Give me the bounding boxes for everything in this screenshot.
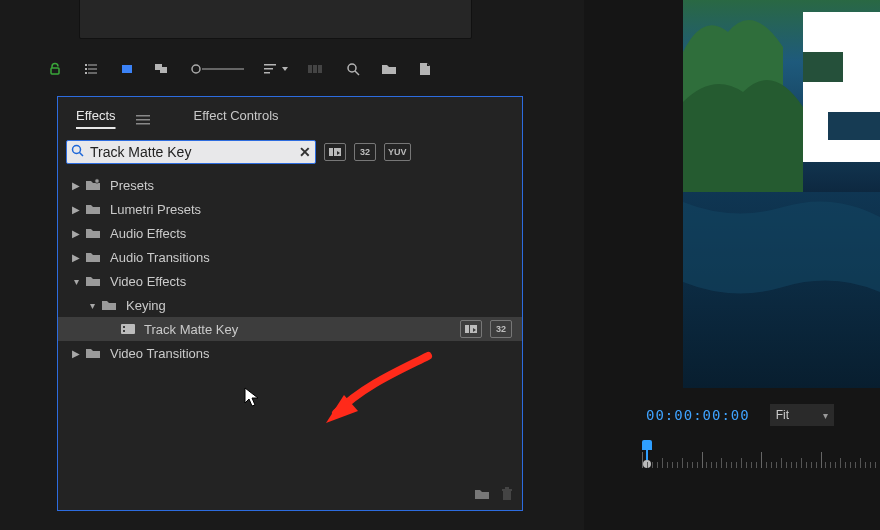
- effects-panel: Effects Effect Controls ✕ 32: [57, 96, 523, 511]
- svg-line-19: [355, 71, 359, 75]
- svg-rect-21: [136, 119, 150, 121]
- delete-icon: [500, 487, 514, 504]
- svg-rect-15: [308, 65, 312, 73]
- tree-folder-audio-transitions[interactable]: ▶ Audio Transitions: [58, 245, 522, 269]
- svg-rect-9: [160, 67, 167, 73]
- chevron-right-icon: ▶: [68, 180, 84, 191]
- tree-folder-video-transitions[interactable]: ▶ Video Transitions: [58, 341, 522, 365]
- folder-icon: [84, 202, 102, 216]
- effect-icon: [120, 321, 136, 337]
- effects-search-box[interactable]: ✕: [66, 140, 316, 164]
- 32bit-effects-filter[interactable]: 32: [354, 143, 376, 161]
- timecode-display[interactable]: 00:00:00:00: [646, 407, 750, 423]
- chevron-down-icon: ▾: [68, 276, 84, 287]
- folder-icon: [100, 298, 118, 312]
- tree-label: Presets: [110, 178, 154, 193]
- svg-point-23: [73, 146, 81, 154]
- panel-menu-icon[interactable]: [136, 114, 150, 129]
- folder-icon: [84, 274, 102, 288]
- svg-rect-17: [318, 65, 322, 73]
- svg-rect-2: [88, 65, 97, 66]
- effects-search-input[interactable]: [90, 144, 295, 160]
- tree-folder-audio-effects[interactable]: ▶ Audio Effects: [58, 221, 522, 245]
- tree-folder-presets[interactable]: ▶ Presets: [58, 173, 522, 197]
- effects-tree: ▶ Presets ▶ Lumetri Presets ▶ Audio Effe…: [58, 169, 522, 369]
- svg-rect-40: [828, 112, 880, 140]
- folder-icon: [84, 250, 102, 264]
- svg-rect-31: [465, 325, 469, 333]
- svg-rect-25: [329, 148, 333, 156]
- zoom-slider-icon[interactable]: [188, 58, 248, 80]
- svg-rect-12: [264, 64, 276, 66]
- svg-rect-3: [85, 68, 87, 70]
- svg-rect-16: [313, 65, 317, 73]
- automate-to-sequence-icon: [306, 58, 328, 80]
- tab-effects[interactable]: Effects: [70, 102, 122, 129]
- tree-label: Keying: [126, 298, 166, 313]
- new-item-icon[interactable]: [414, 58, 436, 80]
- chevron-right-icon: ▶: [68, 228, 84, 239]
- svg-rect-33: [503, 491, 511, 500]
- icon-view-icon[interactable]: [116, 58, 138, 80]
- svg-point-10: [192, 65, 200, 73]
- svg-rect-20: [136, 115, 150, 117]
- tree-folder-video-effects[interactable]: ▾ Video Effects: [58, 269, 522, 293]
- tree-label: Lumetri Presets: [110, 202, 201, 217]
- accelerated-effects-filter[interactable]: [324, 143, 346, 161]
- svg-rect-28: [121, 324, 135, 334]
- svg-rect-4: [88, 69, 97, 70]
- chevron-down-icon: ▾: [84, 300, 100, 311]
- program-monitor-panel: 00:00:00:00 Fit ▾: [584, 0, 880, 530]
- tree-label: Video Transitions: [110, 346, 210, 361]
- yuv-effects-filter[interactable]: YUV: [384, 143, 411, 161]
- tree-label: Video Effects: [110, 274, 186, 289]
- svg-rect-13: [264, 68, 273, 70]
- chevron-right-icon: ▶: [68, 348, 84, 359]
- find-icon[interactable]: [342, 58, 364, 80]
- svg-rect-0: [51, 68, 59, 74]
- svg-rect-14: [264, 72, 270, 74]
- svg-rect-1: [85, 64, 87, 66]
- freeform-view-icon[interactable]: [152, 58, 174, 80]
- chevron-right-icon: ▶: [68, 204, 84, 215]
- chevron-down-icon: ▾: [823, 410, 828, 421]
- new-bin-icon[interactable]: [474, 487, 490, 504]
- clear-search-icon[interactable]: ✕: [295, 144, 315, 160]
- sort-icon[interactable]: [262, 58, 292, 80]
- tree-folder-keying[interactable]: ▾ Keying: [58, 293, 522, 317]
- program-monitor[interactable]: [683, 0, 880, 388]
- list-view-icon[interactable]: [80, 58, 102, 80]
- svg-rect-35: [505, 487, 509, 489]
- folder-icon: [84, 226, 102, 240]
- search-icon: [71, 144, 84, 160]
- project-toolbar: [44, 55, 450, 83]
- monitor-frame-image: [683, 0, 880, 388]
- mouse-cursor-icon: [244, 387, 260, 407]
- svg-point-18: [348, 64, 356, 72]
- tab-effect-controls[interactable]: Effect Controls: [188, 102, 285, 129]
- svg-rect-34: [502, 489, 512, 491]
- source-monitor-placeholder: [79, 0, 472, 39]
- lock-icon[interactable]: [44, 58, 66, 80]
- svg-rect-39: [803, 52, 843, 82]
- tree-item-track-matte-key[interactable]: Track Matte Key 32: [58, 317, 522, 341]
- new-bin-icon[interactable]: [378, 58, 400, 80]
- accelerated-badge: [460, 320, 482, 338]
- svg-rect-7: [122, 65, 132, 73]
- zoom-level-label: Fit: [776, 408, 789, 422]
- preset-bin-icon: [84, 178, 102, 192]
- timeline-ruler: [642, 440, 880, 468]
- svg-line-24: [80, 153, 84, 157]
- svg-point-27: [95, 179, 99, 183]
- 32bit-badge: 32: [490, 320, 512, 338]
- timeline-scrubber[interactable]: [642, 440, 880, 468]
- tree-label: Track Matte Key: [144, 322, 238, 337]
- tree-label: Audio Effects: [110, 226, 186, 241]
- svg-rect-22: [136, 123, 150, 125]
- svg-rect-30: [123, 330, 125, 332]
- zoom-level-select[interactable]: Fit ▾: [770, 404, 834, 426]
- svg-rect-6: [88, 73, 97, 74]
- chevron-right-icon: ▶: [68, 252, 84, 263]
- tree-label: Audio Transitions: [110, 250, 210, 265]
- tree-folder-lumetri[interactable]: ▶ Lumetri Presets: [58, 197, 522, 221]
